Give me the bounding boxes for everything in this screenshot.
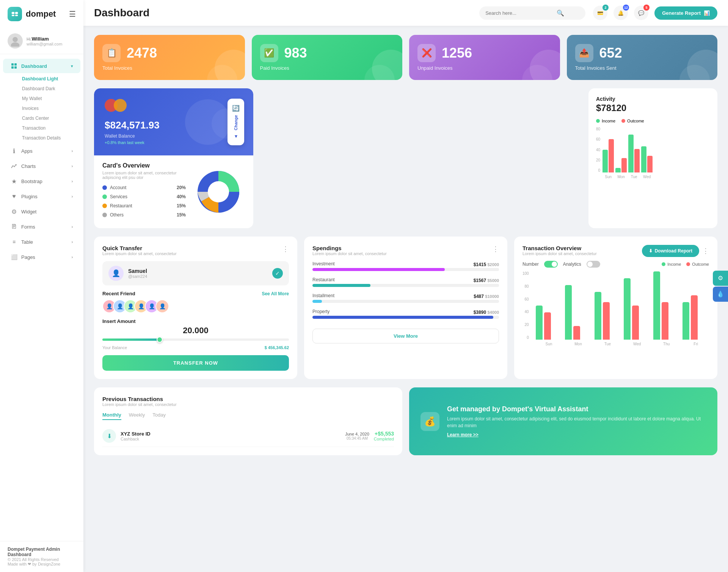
sidebar-item-label-widget: Widget xyxy=(21,209,36,215)
tx-header: Transaction Overview Lorem ipsum dolor s… xyxy=(522,245,709,257)
income-label: Income xyxy=(602,119,615,123)
sidebar-sub-item-transaction-details[interactable]: Transaction Details xyxy=(18,133,83,143)
tx-y-40: 40 xyxy=(522,310,529,314)
chevron-right-icon-charts: › xyxy=(72,164,73,168)
content: 📋 2478 Total Invoices ✅ 983 Paid Invoice… xyxy=(83,26,728,572)
sidebar-sub-item-dashboard-dark[interactable]: Dashboard Dark xyxy=(18,84,83,94)
sidebar-item-plugins[interactable]: ♥ Plugins › xyxy=(3,189,80,204)
tx-sub: Lorem ipsum dolor sit amet, consectetur xyxy=(522,251,597,256)
tx-bar-tue-outcome xyxy=(603,302,610,340)
change-btn-area[interactable]: 🔄 Change ▾ xyxy=(228,99,244,145)
slider-thumb[interactable] xyxy=(157,337,163,343)
sidebar-item-widget[interactable]: ⚙ Widget xyxy=(3,204,80,219)
spending-bar-fill-restaurant xyxy=(312,284,370,287)
sidebar-item-bootstrap[interactable]: ★ Bootstrap › xyxy=(3,174,80,188)
virtual-assistant-banner: 💰 Get managed by Dompet's Virtual Assist… xyxy=(409,387,717,455)
spendings-menu-icon[interactable]: ⋮ xyxy=(492,245,499,253)
spending-item-installment: Installment $487 $10000 xyxy=(312,293,499,303)
va-content: Get managed by Dompet's Virtual Assistan… xyxy=(447,405,706,437)
va-learn-more-link[interactable]: Learn more >> xyxy=(447,432,479,437)
download-report-button[interactable]: ⬇ Download Report xyxy=(642,245,699,257)
sidebar-item-dashboard[interactable]: Dashboard ▾ xyxy=(3,59,80,73)
tx-bar-thu-outcome xyxy=(662,302,668,340)
prev-tx-sub: Lorem ipsum dolor sit amet, consectetur xyxy=(102,402,394,407)
sidebar-item-apps[interactable]: ℹ Apps › xyxy=(3,144,80,158)
tx-y-80: 80 xyxy=(522,284,529,288)
see-all-link[interactable]: See All More xyxy=(262,291,289,296)
wallet-icon: 💳 xyxy=(597,10,603,16)
sidebar: dompet ☰ Hi,William william@gmail.com Da… xyxy=(0,0,83,572)
hamburger-icon[interactable]: ☰ xyxy=(69,9,76,19)
quick-transfer-menu-icon[interactable]: ⋮ xyxy=(282,245,289,253)
insert-amount-label: Insert Amount xyxy=(102,318,289,324)
y-label-80: 80 xyxy=(596,127,600,131)
tx-x-tue: Tue xyxy=(595,342,621,346)
chevron-right-icon-bootstrap: › xyxy=(72,179,73,183)
sidebar-sub-item-invoices[interactable]: Invoices xyxy=(18,103,83,113)
tx-menu-icon[interactable]: ⋮ xyxy=(702,247,709,255)
download-icon: ⬇ xyxy=(649,248,653,254)
analytics-toggle[interactable] xyxy=(587,261,600,268)
tx-bar-group-mon xyxy=(565,285,592,340)
sidebar-sub-item-dashboard-light[interactable]: Dashboard Light xyxy=(18,74,83,84)
mid-center xyxy=(260,88,582,228)
y-label-60: 60 xyxy=(596,137,600,141)
bar-wed-outcome xyxy=(647,156,653,172)
sidebar-item-pages[interactable]: ⬜ Pages › xyxy=(3,250,80,264)
send-icon: 📤 xyxy=(575,44,593,62)
tab-weekly[interactable]: Weekly xyxy=(129,412,145,420)
bell-icon-btn[interactable]: 🔔 12 xyxy=(613,6,628,20)
spending-amount-restaurant: $1567 $5000 xyxy=(474,278,499,283)
search-box[interactable]: 🔍 xyxy=(479,6,585,20)
chevron-right-icon-table: › xyxy=(72,240,73,244)
spending-bar-bg-property xyxy=(312,316,499,319)
wallet-icon-btn[interactable]: 💳 2 xyxy=(593,6,607,20)
bar-mon-income xyxy=(615,168,621,172)
spending-bar-bg-restaurant xyxy=(312,284,499,287)
spending-item-property: Property $3890 $4000 xyxy=(312,309,499,319)
svg-rect-6 xyxy=(11,63,14,66)
sidebar-item-forms[interactable]: 🖹 Forms › xyxy=(3,219,80,234)
chat-icon-btn[interactable]: 💬 5 xyxy=(634,6,648,20)
bell-badge: 12 xyxy=(623,5,629,11)
water-float-button[interactable]: 💧 xyxy=(713,287,728,302)
va-text: Lorem ipsum dolor sit amet, consectetur … xyxy=(447,415,706,429)
search-input[interactable] xyxy=(485,10,554,16)
tx-bar-tue-income xyxy=(595,292,601,340)
transfer-now-button[interactable]: TRANSFER NOW xyxy=(102,355,289,371)
va-title: Get managed by Dompet's Virtual Assistan… xyxy=(447,405,706,413)
sidebar-sub-item-cards-center[interactable]: Cards Center xyxy=(18,113,83,123)
quick-transfer-sub: Lorem ipsum dolor sit amet, consectetur xyxy=(102,251,177,256)
tx-bar-group-tue xyxy=(595,292,621,340)
income-dot xyxy=(596,119,600,123)
settings-float-button[interactable]: ⚙ xyxy=(713,271,728,286)
sidebar-item-table[interactable]: ≡ Table › xyxy=(3,235,80,249)
number-toggle[interactable] xyxy=(544,261,558,268)
sidebar-sub-item-my-wallet[interactable]: My Wallet xyxy=(18,94,83,103)
card-overview-panel: $824,571.93 Wallet Balance +0.8% than la… xyxy=(94,88,253,228)
amount-slider[interactable] xyxy=(102,338,289,341)
spending-bar-bg-investment xyxy=(312,268,499,271)
friends-avatars: 👤 👤 👤 👤 👤 👤 xyxy=(102,299,289,313)
spending-label-installment: Installment xyxy=(312,293,334,298)
tab-monthly[interactable]: Monthly xyxy=(102,412,121,420)
co-row-others: Others 15% xyxy=(102,212,186,218)
generate-report-button[interactable]: Generate Report 📊 xyxy=(654,6,717,20)
select-person-icon[interactable]: ✓ xyxy=(272,268,283,279)
activity-legend: Income Outcome xyxy=(596,119,710,123)
sidebar-item-charts[interactable]: Charts › xyxy=(3,159,80,173)
change-button[interactable]: 🔄 Change ▾ xyxy=(228,99,244,145)
svg-point-4 xyxy=(13,37,18,42)
prev-tx-row: Previous Transactions Lorem ipsum dolor … xyxy=(94,387,717,455)
tx-legend-income: Income xyxy=(662,262,681,266)
page-title: Dashboard xyxy=(94,7,472,19)
view-more-button[interactable]: View More xyxy=(312,329,499,343)
tab-today[interactable]: Today xyxy=(152,412,166,420)
footer-made-with: Made with ❤ by DesignZone xyxy=(8,562,76,567)
outcome-dot xyxy=(621,119,625,123)
greeting-hi: Hi, xyxy=(27,37,31,41)
avatar xyxy=(8,33,23,49)
sidebar-sub-item-transaction[interactable]: Transaction xyxy=(18,123,83,133)
bell-icon: 🔔 xyxy=(618,10,624,16)
spending-bar-fill-investment xyxy=(312,268,445,271)
